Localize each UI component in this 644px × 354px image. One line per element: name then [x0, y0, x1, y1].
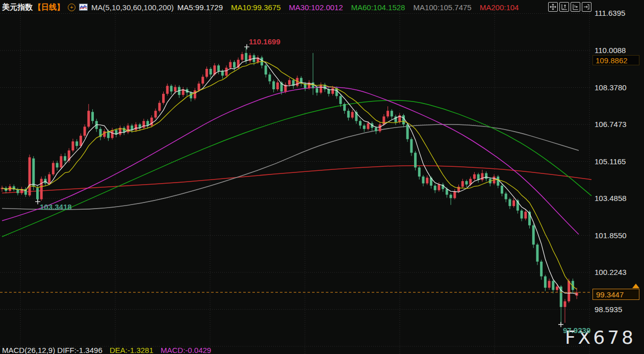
- candle-body: [312, 83, 314, 88]
- candle-body: [351, 112, 354, 117]
- candle-body: [205, 69, 208, 77]
- ma-value-label: MA5:99.1729: [177, 3, 223, 12]
- candle-body: [501, 186, 503, 194]
- axis-price-label: 98.5935: [595, 305, 622, 314]
- candle-body: [75, 141, 78, 146]
- candle-body: [166, 86, 169, 94]
- candle-body: [111, 130, 114, 138]
- candle-body: [229, 62, 231, 68]
- ma-value-label: MA30:102.0012: [289, 3, 343, 12]
- ma-value-label: MA100:105.7475: [413, 3, 471, 12]
- candle-body: [40, 179, 43, 199]
- candlestick-chart-canvas: [0, 0, 644, 354]
- ma60-line: [2, 100, 591, 237]
- candle-body: [158, 103, 161, 111]
- candle-body: [225, 68, 228, 76]
- candle-body: [457, 187, 460, 191]
- candle-body: [426, 178, 428, 183]
- high-price-annotation: 110.1699: [249, 37, 280, 46]
- candle-body: [127, 125, 130, 132]
- candle-body: [174, 87, 176, 92]
- low-price-annotation-1: 103.3418: [40, 203, 72, 211]
- axis-price-label: 111.6395: [595, 9, 625, 17]
- axis-price-label: 106.7473: [595, 120, 627, 129]
- candle-body: [446, 189, 448, 195]
- candle-body: [379, 124, 381, 131]
- candle-body: [414, 153, 417, 167]
- candle-body: [32, 159, 35, 187]
- candle-body: [556, 287, 558, 290]
- candle-body: [210, 69, 212, 74]
- ma-group-label: MA(5,10,30,60,100,200): [91, 3, 174, 12]
- candle-body: [71, 141, 74, 150]
- candle-body: [162, 94, 165, 103]
- x-axis-scale-icon[interactable]: [571, 2, 580, 12]
- macd-params-diff: MACD(26,12,9) DIFF:-1.3496: [2, 346, 102, 354]
- candle-body: [80, 136, 82, 146]
- pane-exit-right-icon[interactable]: [582, 2, 591, 12]
- period-selector[interactable]: 【日线】: [34, 3, 64, 12]
- candle-body: [103, 131, 106, 137]
- candle-body: [52, 163, 55, 174]
- candle-body: [544, 276, 547, 288]
- candle-body: [91, 112, 94, 121]
- candle-body: [221, 71, 224, 75]
- ma5-line: [2, 58, 577, 294]
- candle-body: [56, 163, 59, 167]
- candle-body: [540, 262, 543, 276]
- y-axis-scale-icon[interactable]: [559, 2, 569, 12]
- candle-body: [331, 88, 334, 94]
- candle-body: [505, 193, 507, 199]
- candle-body: [406, 124, 409, 139]
- candle-body: [422, 176, 425, 183]
- candle-body: [552, 281, 554, 290]
- candle-body: [524, 212, 527, 218]
- candle-body: [48, 174, 50, 184]
- candle-body: [194, 90, 196, 98]
- candle-body: [268, 74, 271, 81]
- ma10-line: [2, 61, 577, 289]
- candle-body: [387, 111, 389, 116]
- add-indicator-button[interactable]: +: [68, 4, 75, 11]
- low-price-annotation-2: 97.9239: [563, 326, 590, 335]
- candle-body: [16, 189, 19, 193]
- candle-body: [320, 85, 322, 93]
- candle-body: [135, 124, 137, 130]
- candle-body: [217, 65, 220, 71]
- candle-body: [418, 167, 421, 176]
- candle-body: [241, 54, 243, 60]
- candle-body: [461, 181, 464, 187]
- candle-body: [410, 139, 413, 153]
- ma100-line: [2, 124, 579, 210]
- candle-body: [201, 77, 204, 84]
- candle-body: [363, 125, 366, 129]
- reference-price-label: 109.8862: [593, 55, 639, 65]
- candle-body: [434, 186, 436, 190]
- chart-type-icon[interactable]: [79, 4, 88, 11]
- price-up-arrow-icon: [632, 284, 639, 288]
- candle-body: [64, 156, 66, 161]
- candle-body: [29, 157, 31, 195]
- candle-body: [245, 53, 247, 61]
- axis-price-label: 103.4858: [595, 194, 627, 203]
- candle-body: [272, 81, 275, 89]
- candle-body: [485, 173, 487, 179]
- candle-body: [339, 96, 342, 104]
- candle-body: [497, 176, 499, 186]
- candle-body: [288, 80, 291, 85]
- axis-price-label: 108.3780: [595, 83, 627, 92]
- candle-body: [347, 111, 350, 117]
- candle-body: [521, 211, 523, 219]
- axis-price-label: 105.1165: [595, 157, 626, 166]
- ma-value-label: MA10:99.3675: [231, 3, 281, 12]
- ma-value-label: MA60:104.1528: [351, 3, 405, 12]
- candle-body: [87, 111, 90, 127]
- candle-body: [568, 281, 570, 301]
- pan-crosshair-icon[interactable]: [548, 2, 558, 12]
- candle-body: [343, 104, 346, 111]
- candle-body: [170, 86, 172, 91]
- candle-body: [265, 65, 267, 74]
- chart-header: 美元指数【日线】 + MA(5,10,30,60,100,200) MA5:99…: [2, 2, 519, 13]
- candle-body: [453, 191, 456, 198]
- candle-body: [437, 185, 440, 190]
